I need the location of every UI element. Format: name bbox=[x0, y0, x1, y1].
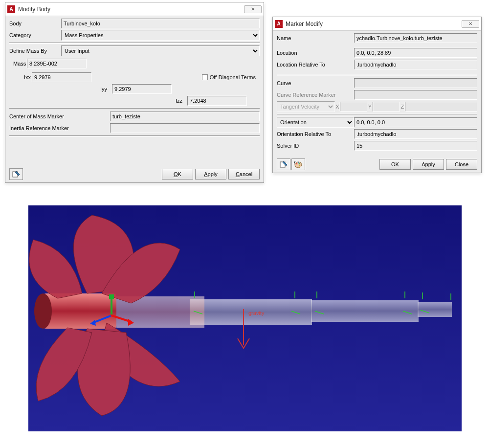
orient-rel-input[interactable] bbox=[354, 129, 477, 139]
iyy-label: Iyy bbox=[100, 85, 112, 93]
inertia-ref-input[interactable] bbox=[110, 123, 260, 133]
category-select[interactable]: Mass Properties bbox=[61, 30, 260, 41]
checkbox-icon bbox=[202, 74, 208, 80]
3d-viewport[interactable]: gravity bbox=[28, 205, 462, 431]
define-mass-label: Define Mass By bbox=[9, 47, 61, 55]
inertia-ref-label: Inertia Reference Marker bbox=[9, 124, 110, 132]
curve-ref-input bbox=[354, 90, 477, 100]
titlebar[interactable]: A Marker Modify ✕ bbox=[273, 17, 481, 31]
app-icon: A bbox=[7, 5, 15, 13]
ok-button[interactable]: OK bbox=[162, 169, 193, 179]
location-input[interactable] bbox=[354, 48, 477, 58]
y-input bbox=[373, 102, 400, 112]
define-mass-select[interactable]: User Input bbox=[61, 45, 260, 56]
tangent-vel-select: Tangent Velocity bbox=[277, 101, 335, 112]
dialog-title: Marker Modify bbox=[286, 21, 462, 27]
ixx-label: Ixx bbox=[9, 73, 32, 81]
ixx-input[interactable] bbox=[32, 72, 91, 82]
loc-rel-input[interactable] bbox=[354, 60, 477, 69]
svg-rect-12 bbox=[43, 293, 116, 329]
titlebar[interactable]: A Modify Body ✕ bbox=[5, 2, 264, 16]
gravity-label: gravity bbox=[248, 310, 265, 316]
x-input bbox=[340, 102, 367, 112]
solver-id-input[interactable] bbox=[354, 141, 477, 151]
orient-rel-label: Orientation Relative To bbox=[277, 130, 354, 138]
com-marker-label: Center of Mass Marker bbox=[9, 112, 110, 120]
solver-id-label: Solver ID bbox=[277, 142, 354, 150]
close-icon[interactable]: ✕ bbox=[462, 20, 479, 28]
mass-input[interactable] bbox=[27, 59, 87, 68]
app-icon: A bbox=[275, 20, 283, 28]
z-input bbox=[405, 102, 477, 112]
dialog-title: Modify Body bbox=[18, 6, 244, 13]
palette-icon[interactable] bbox=[291, 158, 305, 170]
izz-input[interactable] bbox=[187, 96, 247, 106]
izz-label: Izz bbox=[176, 97, 187, 105]
svg-point-3 bbox=[296, 163, 297, 164]
location-label: Location bbox=[277, 49, 354, 57]
svg-rect-10 bbox=[418, 302, 452, 317]
offdiag-checkbox[interactable]: Off-Diagonal Terms bbox=[202, 74, 256, 80]
orientation-select[interactable]: Orientation bbox=[277, 117, 354, 128]
svg-point-5 bbox=[299, 163, 300, 164]
curve-input bbox=[354, 78, 477, 88]
close-icon[interactable]: ✕ bbox=[244, 5, 262, 13]
apply-button[interactable]: Apply bbox=[413, 159, 444, 170]
close-button[interactable]: Close bbox=[446, 159, 477, 170]
svg-rect-9 bbox=[311, 300, 419, 322]
model-render: gravity bbox=[28, 205, 462, 431]
name-label: Name bbox=[277, 34, 354, 42]
category-label: Category bbox=[9, 31, 61, 39]
svg-point-4 bbox=[298, 162, 299, 163]
edit-icon[interactable] bbox=[277, 158, 290, 170]
orientation-input[interactable] bbox=[354, 117, 477, 127]
cancel-button[interactable]: Cancel bbox=[228, 169, 260, 179]
ok-button[interactable]: OK bbox=[379, 159, 411, 170]
edit-icon[interactable] bbox=[9, 168, 23, 180]
name-input[interactable] bbox=[354, 33, 477, 43]
x-label: X bbox=[335, 103, 340, 111]
svg-rect-15 bbox=[109, 294, 114, 299]
modify-body-dialog: A Modify Body ✕ Body Category Mass Prope… bbox=[5, 2, 264, 183]
curve-label: Curve bbox=[277, 79, 354, 87]
body-label: Body bbox=[9, 20, 61, 27]
y-label: Y bbox=[367, 103, 372, 111]
curve-ref-label: Curve Reference Marker bbox=[277, 91, 354, 99]
svg-point-13 bbox=[34, 293, 52, 329]
svg-point-6 bbox=[299, 165, 300, 166]
body-input[interactable] bbox=[61, 19, 260, 28]
marker-modify-dialog: A Marker Modify ✕ Name Location Location… bbox=[272, 17, 482, 173]
mass-label: Mass bbox=[9, 60, 27, 67]
apply-button[interactable]: Apply bbox=[195, 169, 226, 179]
iyy-input[interactable] bbox=[112, 84, 172, 94]
com-marker-input[interactable] bbox=[110, 112, 260, 121]
loc-rel-label: Location Relative To bbox=[277, 61, 354, 68]
z-label: Z bbox=[400, 103, 405, 111]
